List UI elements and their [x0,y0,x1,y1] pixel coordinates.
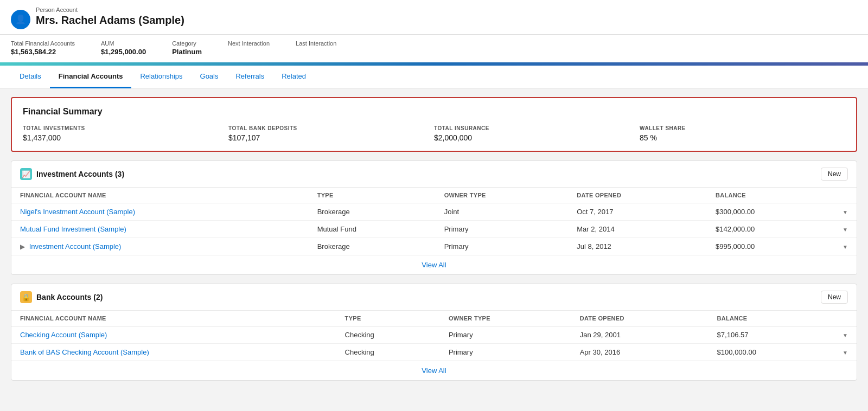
col-owner-type-1: OWNER TYPE [436,188,569,203]
col-owner-type-2: OWNER TYPE [440,311,571,326]
bank-owner-type-0: Primary [440,326,571,344]
summary-grid: TOTAL INVESTMENTS$1,437,000TOTAL BANK DE… [23,125,845,142]
bank-name-0: Checking Account (Sample) [11,326,336,344]
investment-accounts-header: 📈 Investment Accounts (3) New [11,161,857,188]
highlight-item-2: CategoryPlatinum [172,40,202,56]
col-balance-2: BALANCE [709,311,834,326]
highlight-value-2: Platinum [172,48,202,56]
bank-dropdown-0[interactable]: ▼ [834,326,857,344]
inv-account-link-0[interactable]: Nigel's Investment Account (Sample) [20,208,135,216]
bank-dropdown-1[interactable]: ▼ [834,344,857,361]
summary-label-3: WALLET SHARE [640,125,845,131]
bank-account-link-1[interactable]: Bank of BAS Checking Account (Sample) [20,348,149,356]
highlight-label-3: Next Interaction [228,40,270,47]
investment-accounts-label: Investment Accounts (3) [36,170,124,178]
inv-dropdown-2[interactable]: ▼ [834,238,857,255]
highlight-item-1: AUM$1,295,000.00 [101,40,146,56]
inv-type-0: Brokerage [309,203,436,221]
summary-value-1: $107,107 [228,133,260,142]
col-type-2: TYPE [336,311,440,326]
bank-accounts-new-button[interactable]: New [821,291,848,304]
dropdown-icon[interactable]: ▼ [843,227,848,233]
col-financial-account-name-2: FINANCIAL ACCOUNT NAME [11,311,336,326]
summary-value-2: $2,000,000 [434,133,472,142]
highlight-label-1: AUM [101,40,146,47]
summary-value-3: 85 % [640,133,657,142]
bank-name-1: Bank of BAS Checking Account (Sample) [11,344,336,361]
dropdown-icon[interactable]: ▼ [843,244,848,250]
bank-balance-0: $7,106.57 [709,326,834,344]
record-type-label: Person Account [36,7,184,13]
tab-goals[interactable]: Goals [192,66,227,88]
record-name: Mrs. Rachel Adams (Sample) [36,14,184,27]
table-row: Bank of BAS Checking Account (Sample) Ch… [11,344,857,361]
bank-account-link-0[interactable]: Checking Account (Sample) [20,331,107,339]
summary-item-1: TOTAL BANK DEPOSITS$107,107 [228,125,434,142]
summary-value-0: $1,437,000 [23,133,61,142]
inv-name-1: Mutual Fund Investment (Sample) [11,221,309,238]
bank-date-0: Jan 29, 2001 [571,326,709,344]
inv-name-0: Nigel's Investment Account (Sample) [11,203,309,221]
avatar-icon: 👤 [11,10,30,29]
bank-view-all-link[interactable]: View All [422,367,446,375]
bank-type-0: Checking [336,326,440,344]
dropdown-icon[interactable]: ▼ [843,209,848,215]
tab-referrals[interactable]: Referrals [227,66,273,88]
inv-dropdown-0[interactable]: ▼ [834,203,857,221]
tab-financial-accounts[interactable]: Financial Accounts [50,66,132,88]
highlight-item-0: Total Financial Accounts$1,563,584.22 [11,40,75,56]
col-date-opened-2: DATE OPENED [571,311,709,326]
table-row: Mutual Fund Investment (Sample) Mutual F… [11,221,857,238]
bank-table-header-row: FINANCIAL ACCOUNT NAME TYPE OWNER TYPE D… [11,311,857,326]
col-balance-1: BALANCE [707,188,834,203]
summary-label-2: TOTAL INSURANCE [434,125,640,131]
inv-owner-type-1: Primary [436,221,569,238]
bank-accounts-table: FINANCIAL ACCOUNT NAME TYPE OWNER TYPE D… [11,311,857,361]
bank-owner-type-1: Primary [440,344,571,361]
bank-accounts-title: 🔒 Bank Accounts (2) [20,291,103,303]
inv-dropdown-1[interactable]: ▼ [834,221,857,238]
expand-icon: ▶ [20,243,25,251]
investment-accounts-section: 📈 Investment Accounts (3) New FINANCIAL … [11,160,857,275]
table-row: Checking Account (Sample) Checking Prima… [11,326,857,344]
investment-view-all-row: View All [11,255,857,274]
highlight-value-0: $1,563,584.22 [11,48,56,56]
tab-details[interactable]: Details [11,66,50,88]
inv-owner-type-2: Primary [436,238,569,255]
inv-account-link-1[interactable]: Mutual Fund Investment (Sample) [20,225,126,233]
tabs-bar: DetailsFinancial AccountsRelationshipsGo… [0,66,868,88]
summary-label-1: TOTAL BANK DEPOSITS [228,125,434,131]
investment-accounts-new-button[interactable]: New [821,168,848,181]
table-row: ▶ Investment Account (Sample) Brokerage … [11,238,857,255]
highlights-bar: Total Financial Accounts$1,563,584.22AUM… [0,35,868,62]
investment-table-header-row: FINANCIAL ACCOUNT NAME TYPE OWNER TYPE D… [11,188,857,203]
inv-type-2: Brokerage [309,238,436,255]
main-content: Financial Summary TOTAL INVESTMENTS$1,43… [0,88,868,398]
dropdown-icon[interactable]: ▼ [843,350,848,356]
summary-item-2: TOTAL INSURANCE$2,000,000 [434,125,640,142]
tab-related[interactable]: Related [273,66,315,88]
inv-name-2: ▶ Investment Account (Sample) [11,238,309,255]
highlight-label-4: Last Interaction [296,40,336,47]
dropdown-icon[interactable]: ▼ [843,332,848,338]
investment-view-all-link[interactable]: View All [422,261,446,269]
highlight-label-2: Category [172,40,202,47]
highlight-value-1: $1,295,000.00 [101,48,146,56]
bank-type-1: Checking [336,344,440,361]
table-row: Nigel's Investment Account (Sample) Brok… [11,203,857,221]
financial-summary-title: Financial Summary [23,107,845,117]
inv-account-link-2[interactable]: Investment Account (Sample) [29,242,122,251]
highlight-label-0: Total Financial Accounts [11,40,75,47]
financial-summary-card: Financial Summary TOTAL INVESTMENTS$1,43… [11,97,857,152]
inv-balance-0: $300,000.00 [707,203,834,221]
bank-accounts-label: Bank Accounts (2) [36,293,103,301]
tab-relationships[interactable]: Relationships [131,66,191,88]
page-header: 👤 Person Account Mrs. Rachel Adams (Samp… [0,0,868,35]
summary-item-0: TOTAL INVESTMENTS$1,437,000 [23,125,228,142]
inv-date-1: Mar 2, 2014 [568,221,707,238]
bank-balance-1: $100,000.00 [709,344,834,361]
bank-view-all-row: View All [11,361,857,380]
bank-date-1: Apr 30, 2016 [571,344,709,361]
summary-label-0: TOTAL INVESTMENTS [23,125,228,131]
col-financial-account-name-1: FINANCIAL ACCOUNT NAME [11,188,309,203]
